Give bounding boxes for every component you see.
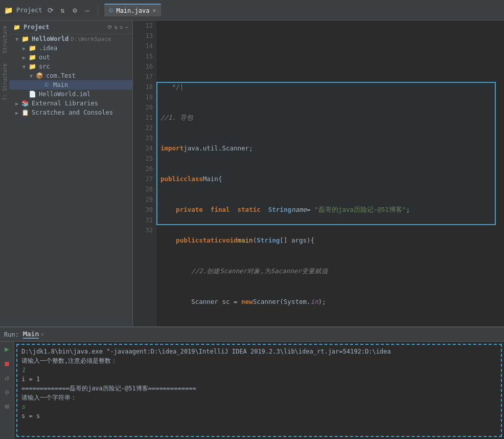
bottom-tab[interactable]: Main × [23, 330, 44, 339]
src-label: src [39, 63, 50, 70]
bottom-tabs: Run: Main × [0, 327, 504, 342]
console-input-1: 1 [21, 365, 497, 375]
ln-14: 14 [136, 41, 153, 51]
console-sidebar: ▶ ■ ↺ ⊙ ⊞ [0, 342, 14, 439]
ln-13: 13 [136, 31, 153, 41]
src-folder-icon: 📁 [28, 63, 37, 70]
ln-21: 21 [136, 113, 153, 123]
ln-19: 19 [136, 92, 153, 102]
run-label: Run: [4, 331, 19, 338]
tree-idea[interactable]: ▶ 📁 .idea [9, 43, 132, 53]
console-rerun-button[interactable]: ↺ [2, 372, 12, 383]
scratches-arrow: ▶ [13, 110, 20, 116]
console-stop-button[interactable]: ■ [2, 358, 12, 368]
side-tab-panel: Structure 7: Structure [0, 20, 9, 326]
side-label-structure[interactable]: Structure [2, 26, 8, 53]
code-line-15: public class Main{ [161, 174, 500, 184]
side-label-favorites[interactable]: 7: Structure [2, 63, 8, 100]
bottom-tab-close[interactable]: × [41, 332, 44, 337]
toolbar: 📁 Project ⟳ ⇅ ⚙ — © Main.java × [0, 0, 504, 20]
project-sidebar: Structure 7: Structure 📁 Project ⟳ ⇅ ⚙ —… [0, 20, 133, 326]
tree-container: 📁 Project ⟳ ⇅ ⚙ — ▼ 📁 HelloWorld D:\Work… [9, 20, 132, 117]
minimize-icon-small[interactable]: — [125, 24, 128, 31]
ln-23: 23 [136, 133, 153, 143]
idea-folder-icon: 📁 [28, 45, 37, 52]
tree-iml[interactable]: 📄 HelloWorld.iml [9, 90, 132, 99]
idea-label: .idea [39, 45, 57, 52]
ln-17: ▶ 17 [136, 72, 153, 82]
bottom-panel: Run: Main × ▶ ■ ↺ ⊙ ⊞ D:\jdk1.8\bin\java… [0, 326, 504, 439]
ln-26: 26 [136, 164, 153, 174]
ln-22: 22 [136, 123, 153, 133]
root-name: HelloWorld [32, 35, 68, 42]
gear-icon[interactable]: ⚙ [71, 6, 79, 14]
ln-27: 27 [136, 174, 153, 184]
ln-32: 32 [136, 225, 153, 235]
tree-out[interactable]: ▶ 📁 out [9, 53, 132, 62]
header-title: Project [24, 24, 50, 31]
scratches-icon: 📋 [20, 109, 30, 116]
tree-scratches[interactable]: ▶ 📋 Scratches and Consoles [9, 108, 132, 117]
tab-filename: Main.java [116, 7, 149, 14]
code-line-19: Scanner sc = new Scanner(System.in); [161, 297, 500, 307]
main-area: Structure 7: Structure 📁 Project ⟳ ⇅ ⚙ —… [0, 20, 504, 326]
project-label: Project [16, 7, 42, 14]
code-area: 12 13 14 ▶ 15 16 ▶ 17 18 19 20 21 22 23 … [133, 20, 504, 326]
ln-18: 18 [136, 82, 153, 92]
code-line-17: public static void main(String[] args){ [161, 235, 500, 246]
console-out-1: 请输入一个整数,注意必须是整数： [21, 356, 497, 365]
package-label: com.Test [46, 72, 76, 79]
iml-icon: 📄 [28, 91, 37, 98]
tree-root[interactable]: ▼ 📁 HelloWorld D:\WorkSpace [9, 34, 132, 43]
code-content[interactable]: */| //1. 导包 import java.util.Scanner; pu… [156, 20, 504, 326]
tree-src[interactable]: ▼ 📁 src [9, 62, 132, 71]
ln-16: 16 [136, 61, 153, 72]
out-folder-icon: 📁 [28, 54, 37, 61]
header-folder-icon: 📁 [13, 24, 20, 31]
line-numbers: 12 13 14 ▶ 15 16 ▶ 17 18 19 20 21 22 23 … [133, 20, 156, 326]
ext-libs-icon: 📚 [20, 100, 30, 107]
console-pin-button[interactable]: ⊞ [2, 401, 12, 411]
selection-box [156, 82, 496, 225]
console-out-2: i = 1 [21, 375, 497, 384]
bottom-content: ▶ ■ ↺ ⊙ ⊞ D:\jdk1.8\bin\java.exe "-javaa… [0, 342, 504, 439]
code-line-14: import java.util.Scanner; [161, 143, 500, 153]
editor-tab[interactable]: © Main.java × [104, 4, 161, 16]
minimize-icon[interactable]: — [83, 6, 91, 14]
sync-icon-small[interactable]: ⟳ [107, 24, 112, 31]
ln-24: 24 [136, 143, 153, 153]
sync-icon[interactable]: ⟳ [47, 6, 55, 14]
bottom-tab-label[interactable]: Main [23, 330, 39, 339]
ext-libs-arrow: ▶ [13, 101, 20, 106]
ln-15: ▶ 15 [136, 51, 153, 61]
expand-icon[interactable]: ⇅ [59, 6, 67, 14]
expand-icon-small[interactable]: ⇅ [114, 24, 118, 31]
code-line-12: */| [161, 82, 500, 92]
package-arrow: ▼ [28, 73, 35, 79]
console-input-2: s [21, 402, 497, 411]
root-arrow: ▼ [13, 36, 20, 42]
code-line-18: //2.创建Scanner对象,为Sacanner变量赋值 [161, 266, 500, 276]
tab-close-button[interactable]: × [152, 7, 156, 14]
tree-ext-libs[interactable]: ▶ 📚 External Libraries [9, 99, 132, 108]
console-settings-button[interactable]: ⊙ [2, 387, 12, 397]
tree-main-class[interactable]: © Main [9, 80, 132, 90]
console-out-4: 请输入一个字符串： [21, 393, 497, 402]
out-label: out [39, 54, 50, 61]
tree-package[interactable]: ▼ 📦 com.Test [9, 71, 132, 80]
gear-icon-small[interactable]: ⚙ [120, 24, 123, 31]
console-cmd-line: D:\jdk1.8\bin\java.exe "-javaagent:D:\id… [21, 347, 497, 356]
project-icon: 📁 [4, 6, 12, 14]
ln-12: 12 [136, 20, 153, 31]
root-folder-icon: 📁 [20, 35, 30, 42]
code-editor[interactable]: 12 13 14 ▶ 15 16 ▶ 17 18 19 20 21 22 23 … [133, 20, 504, 326]
ext-libs-label: External Libraries [32, 100, 98, 107]
src-arrow: ▼ [20, 64, 28, 70]
ln-29: 29 [136, 194, 153, 205]
code-line-13: //1. 导包 [161, 113, 500, 123]
root-path: D:\WorkSpace [71, 36, 111, 42]
package-icon: 📦 [35, 72, 44, 79]
console-out-5: s = s [21, 411, 497, 421]
console-run-button[interactable]: ▶ [2, 344, 12, 354]
out-arrow: ▶ [20, 55, 28, 60]
